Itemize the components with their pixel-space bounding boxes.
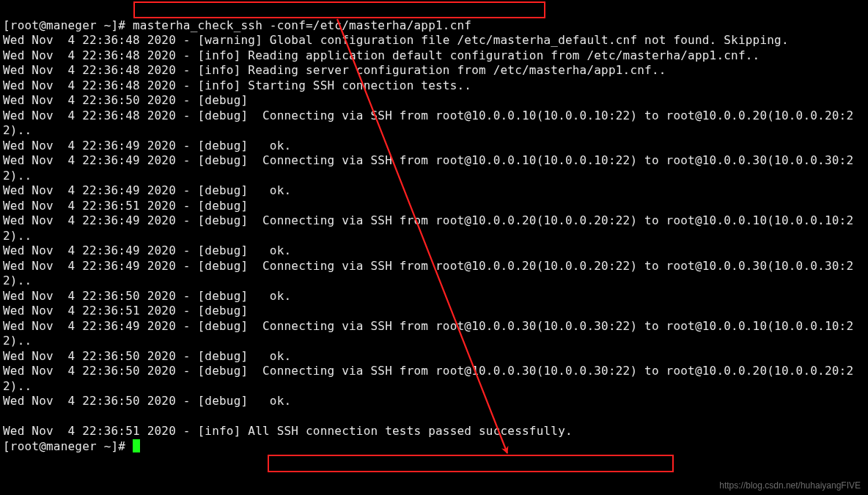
output-lines: Wed Nov 4 22:36:48 2020 - [warning] Glob… [3,33,865,409]
cursor-block [133,439,140,452]
final-line: Wed Nov 4 22:36:51 2020 - [info] All SSH… [3,424,573,438]
prompt-line-2: [root@maneger ~]# [3,439,140,453]
prompt-prefix-2: [root@maneger ~]# [3,439,133,453]
final-line-prefix: Wed Nov 4 22:36:51 2020 - [info] [3,424,248,438]
final-line-message: All SSH connection tests passed successf… [248,424,572,438]
prompt-line-1: [root@maneger ~]# masterha_check_ssh -co… [3,18,471,32]
prompt-prefix: [root@maneger ~]# [3,18,133,32]
annotation-box-result [268,455,674,472]
terminal-output[interactable]: [root@maneger ~]# masterha_check_ssh -co… [0,0,868,454]
watermark-text: https://blog.csdn.net/huhaiyangFIVE [719,480,861,491]
command-text: masterha_check_ssh -conf=/etc/masterha/a… [133,18,471,32]
